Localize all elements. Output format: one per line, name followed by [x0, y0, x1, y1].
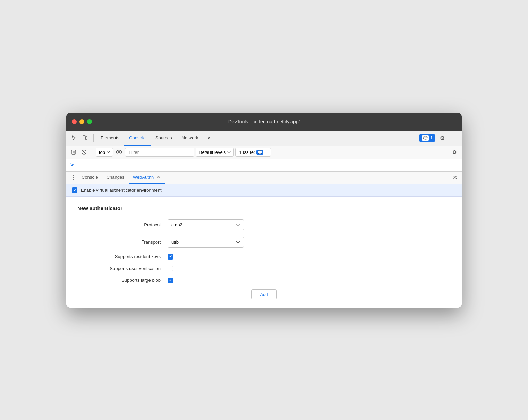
devtools-left-icons [69, 133, 90, 143]
bottom-tabs-bar: ⋮ Console Changes WebAuthn ✕ ✕ [66, 172, 462, 184]
enable-authenticator-bar: Enable virtual authenticator environment [66, 184, 462, 197]
user-verification-checkbox[interactable] [168, 266, 173, 271]
bottom-panel-close[interactable]: ✕ [451, 173, 459, 182]
user-verification-label: Supports user verification [77, 266, 168, 271]
maximize-button[interactable] [87, 119, 92, 124]
transport-label: Transport [77, 239, 168, 245]
window-title: DevTools - coffee-cart.netlify.app/ [228, 119, 300, 124]
svg-point-7 [116, 150, 122, 154]
console-settings-icon[interactable]: ⚙ [450, 148, 459, 157]
console-prompt: > [66, 159, 462, 171]
tab-more[interactable]: » [203, 130, 215, 146]
svg-line-6 [83, 151, 86, 154]
tab-divider [93, 134, 94, 142]
tab-elements[interactable]: Elements [96, 130, 124, 146]
context-selector[interactable]: top [96, 148, 113, 157]
tab-console[interactable]: Console [124, 130, 151, 146]
svg-point-8 [118, 151, 120, 153]
settings-icon[interactable]: ⚙ [437, 133, 447, 143]
enable-authenticator-label: Enable virtual authenticator environment [81, 187, 162, 193]
prompt-chevron: > [70, 162, 74, 168]
new-authenticator-section: New authenticator Protocol ctap2 u2f Tra… [66, 197, 462, 308]
console-area: > [66, 159, 462, 171]
tabs-right-controls: 💬 1 ⚙ ⋮ [419, 133, 459, 143]
resident-keys-label: Supports resident keys [77, 254, 168, 259]
issues-count-icon: 💬 [256, 150, 263, 155]
bottom-panel: ⋮ Console Changes WebAuthn ✕ ✕ Enable vi… [66, 171, 462, 308]
more-options-icon[interactable]: ⋮ [449, 133, 459, 143]
devtools-window: DevTools - coffee-cart.netlify.app/ Elem… [66, 113, 462, 308]
minimize-button[interactable] [79, 119, 84, 124]
svg-rect-1 [86, 137, 87, 139]
large-blob-checkbox[interactable] [168, 278, 173, 283]
resident-keys-row: Supports resident keys [77, 254, 451, 260]
toolbar-divider [92, 148, 92, 156]
tab-bottom-changes[interactable]: Changes [102, 171, 129, 184]
svg-rect-0 [83, 136, 85, 140]
traffic-lights [72, 119, 92, 124]
issues-badge[interactable]: 💬 1 [419, 134, 435, 142]
webauthn-content: Enable virtual authenticator environment… [66, 184, 462, 308]
tab-bottom-console[interactable]: Console [77, 171, 102, 184]
eye-icon[interactable] [114, 148, 124, 157]
titlebar: DevTools - coffee-cart.netlify.app/ [66, 113, 462, 131]
large-blob-row: Supports large blob [77, 278, 451, 283]
levels-selector[interactable]: Default levels [196, 148, 234, 157]
tab-network[interactable]: Network [177, 130, 203, 146]
protocol-row: Protocol ctap2 u2f [77, 219, 451, 230]
block-network-button[interactable] [79, 148, 88, 157]
protocol-select[interactable]: ctap2 u2f [168, 219, 244, 230]
close-button[interactable] [72, 119, 77, 124]
console-toolbar: top Default levels 1 Issue: 💬 1 ⚙ [66, 146, 462, 159]
transport-row: Transport usb nfc ble internal cable [77, 237, 451, 248]
add-button-row: Add [77, 289, 451, 299]
tab-sources[interactable]: Sources [151, 130, 177, 146]
cursor-icon[interactable] [69, 133, 79, 143]
tab-bottom-webauthn[interactable]: WebAuthn ✕ [129, 171, 165, 184]
issues-badge-icon: 💬 [422, 135, 429, 141]
bottom-menu-icon[interactable]: ⋮ [69, 173, 77, 182]
tab-close-webauthn[interactable]: ✕ [156, 174, 161, 180]
add-authenticator-button[interactable]: Add [251, 289, 276, 299]
user-verification-row: Supports user verification [77, 266, 451, 271]
resident-keys-checkbox[interactable] [168, 254, 173, 260]
clear-console-button[interactable] [69, 148, 78, 157]
issues-count[interactable]: 1 Issue: 💬 1 [235, 148, 271, 157]
protocol-label: Protocol [77, 222, 168, 227]
device-icon[interactable] [80, 133, 90, 143]
new-authenticator-title: New authenticator [77, 205, 451, 211]
enable-authenticator-checkbox[interactable] [72, 187, 77, 193]
main-tabs-bar: Elements Console Sources Network » 💬 1 ⚙… [66, 131, 462, 146]
filter-input[interactable] [125, 148, 194, 157]
large-blob-label: Supports large blob [77, 278, 168, 283]
transport-select[interactable]: usb nfc ble internal cable [168, 237, 244, 248]
